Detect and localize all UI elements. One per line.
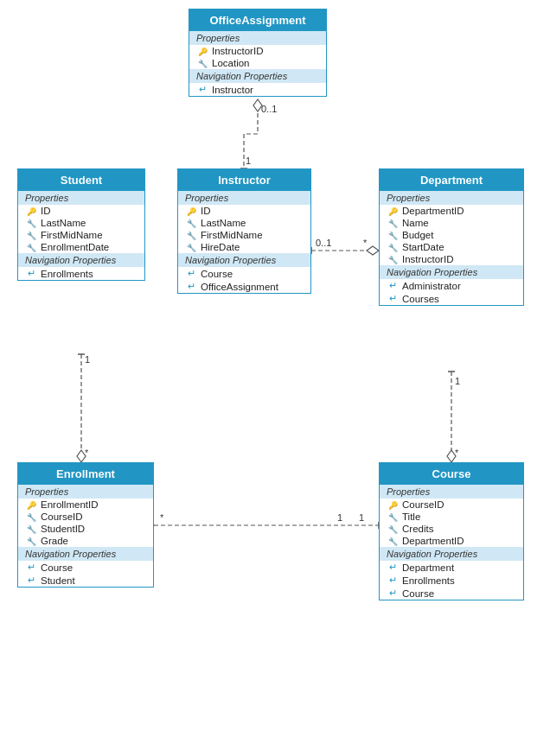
prop-instructorid: InstructorID — [402, 254, 453, 264]
wrench-icon — [25, 219, 37, 228]
svg-text:0..1: 0..1 — [316, 238, 331, 248]
property-row: StudentID — [18, 523, 153, 535]
nav-properties-label: Navigation Properties — [380, 547, 523, 561]
key-icon — [387, 206, 399, 216]
key-icon — [196, 47, 208, 56]
entity-officeassignment: OfficeAssignment Properties InstructorID… — [189, 9, 327, 97]
svg-marker-15 — [367, 246, 379, 255]
prop-courseid: CourseID — [41, 511, 83, 522]
properties-label: Properties — [18, 191, 144, 205]
nav-enrollments: Enrollments — [402, 575, 455, 586]
nav-icon — [25, 562, 37, 573]
entity-course: Course Properties CourseID Title Credits… — [379, 462, 524, 600]
wrench-icon — [387, 512, 399, 522]
prop-enrollmentid: EnrollmentID — [41, 499, 98, 510]
nav-properties-label: Navigation Properties — [18, 253, 144, 267]
svg-text:1: 1 — [85, 354, 90, 365]
wrench-icon — [185, 231, 197, 240]
nav-icon — [387, 293, 399, 304]
property-row: HireDate — [178, 241, 310, 253]
connectors-svg: 0..1 1 1 * 0..1 * 1 * — [0, 0, 550, 756]
wrench-icon — [387, 524, 399, 534]
nav-course: Course — [201, 269, 233, 279]
property-row: Credits — [380, 523, 523, 535]
properties-label: Properties — [380, 485, 523, 499]
svg-text:*: * — [363, 238, 368, 248]
property-row: LastName — [18, 217, 144, 229]
properties-label: Properties — [18, 485, 153, 499]
property-row: DepartmentID — [380, 535, 523, 547]
nav-department: Department — [402, 562, 454, 573]
nav-officeassignment: OfficeAssignment — [201, 282, 278, 292]
key-icon — [25, 206, 37, 216]
prop-enrollmentdate: EnrollmentDate — [41, 242, 109, 252]
nav-student: Student — [41, 575, 75, 586]
entity-enrollment: Enrollment Properties EnrollmentID Cours… — [17, 462, 154, 588]
nav-courses: Courses — [402, 294, 439, 304]
property-row: InstructorID — [189, 45, 326, 57]
diagram-container: 0..1 1 1 * 0..1 * 1 * — [0, 0, 550, 756]
property-row: ID — [178, 205, 310, 217]
prop-courseid: CourseID — [402, 499, 444, 510]
property-row: ID — [18, 205, 144, 217]
nav-course: Course — [41, 562, 73, 573]
property-row: Enrollments — [380, 574, 523, 587]
property-row: Course — [380, 587, 523, 600]
nav-icon — [387, 575, 399, 586]
prop-budget: Budget — [402, 230, 433, 240]
nav-icon — [185, 268, 197, 279]
wrench-icon — [387, 255, 399, 264]
prop-departmentid: DepartmentID — [402, 536, 464, 546]
property-row: Student — [18, 574, 153, 587]
svg-text:*: * — [160, 512, 164, 523]
nav-properties-label: Navigation Properties — [189, 69, 326, 83]
prop-departmentid: DepartmentID — [402, 206, 464, 216]
nav-icon — [387, 562, 399, 573]
property-row: StartDate — [380, 241, 523, 253]
svg-marker-11 — [77, 450, 86, 462]
svg-text:1: 1 — [359, 512, 364, 523]
nav-enrollments: Enrollments — [41, 269, 93, 279]
wrench-icon — [25, 524, 37, 534]
prop-hiredate: HireDate — [201, 242, 240, 252]
property-row: Courses — [380, 292, 523, 305]
svg-text:1: 1 — [337, 512, 342, 523]
entity-course-title: Course — [380, 463, 523, 485]
entity-instructor: Instructor Properties ID LastName FirstM… — [177, 168, 311, 294]
prop-studentid: StudentID — [41, 524, 85, 534]
nav-icon — [196, 84, 208, 95]
property-row: OfficeAssignment — [178, 280, 310, 293]
nav-icon — [387, 280, 399, 291]
wrench-icon — [196, 59, 208, 68]
wrench-icon — [25, 243, 37, 252]
property-row: CourseID — [18, 511, 153, 523]
prop-instructorid: InstructorID — [212, 46, 263, 56]
nav-instructor: Instructor — [212, 85, 253, 95]
wrench-icon — [387, 537, 399, 546]
prop-id: ID — [41, 206, 51, 216]
nav-icon — [387, 588, 399, 599]
wrench-icon — [185, 219, 197, 228]
property-row: Budget — [380, 229, 523, 241]
prop-title: Title — [402, 511, 420, 522]
prop-id: ID — [201, 206, 211, 216]
prop-startdate: StartDate — [402, 242, 444, 252]
nav-properties-label: Navigation Properties — [380, 265, 523, 279]
nav-course: Course — [402, 588, 434, 599]
svg-text:1: 1 — [246, 156, 251, 166]
nav-icon — [25, 575, 37, 586]
entity-department-title: Department — [380, 169, 523, 191]
prop-credits: Credits — [402, 524, 433, 534]
property-row: LastName — [178, 217, 310, 229]
svg-text:*: * — [455, 448, 459, 458]
prop-grade: Grade — [41, 536, 68, 546]
svg-marker-5 — [253, 99, 262, 111]
wrench-icon — [387, 231, 399, 240]
prop-firstmidname: FirstMidName — [41, 230, 103, 240]
properties-label: Properties — [178, 191, 310, 205]
property-row: Enrollments — [18, 267, 144, 280]
entity-instructor-title: Instructor — [178, 169, 310, 191]
property-row: FirstMidName — [178, 229, 310, 241]
wrench-icon — [25, 231, 37, 240]
property-row: Instructor — [189, 83, 326, 96]
